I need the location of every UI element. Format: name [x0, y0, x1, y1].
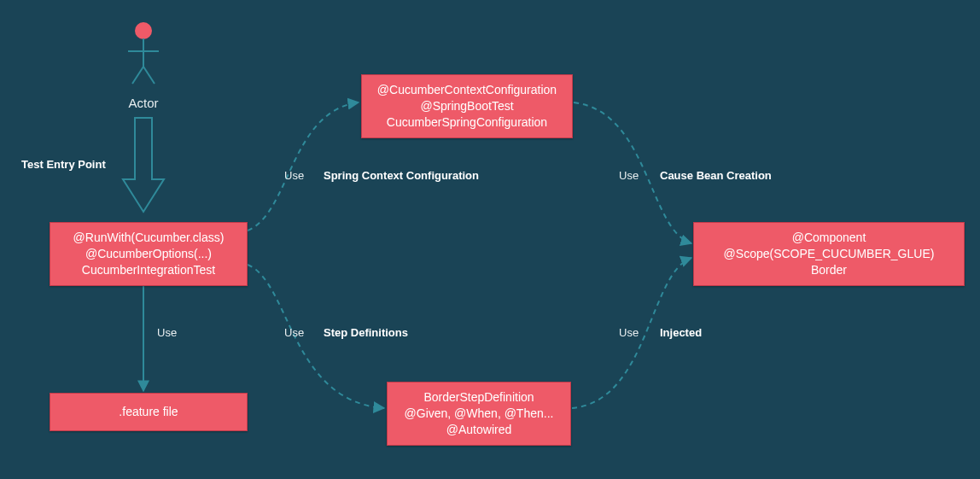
- node-spring-cfg-line1: @CucumberContextConfiguration: [370, 82, 563, 98]
- label-test-entry-point: Test Entry Point: [21, 158, 106, 171]
- node-entry-line1: @RunWith(Cucumber.class): [59, 230, 238, 246]
- svg-line-4: [143, 67, 155, 84]
- node-feature: .feature file: [50, 393, 248, 431]
- label-use-component-top: Use: [619, 169, 639, 182]
- svg-point-0: [136, 23, 151, 38]
- node-entry: @RunWith(Cucumber.class) @CucumberOption…: [50, 222, 248, 286]
- label-use-stepdef: Use: [284, 326, 304, 339]
- big-arrow: [123, 118, 164, 212]
- node-step-def-line2: @Given, @When, @Then...: [396, 406, 562, 422]
- actor-label: Actor: [128, 96, 159, 110]
- node-entry-line3: CucumberIntegrationTest: [59, 262, 238, 278]
- node-component-line2: @Scope(SCOPE_CUCUMBER_GLUE): [703, 246, 955, 262]
- label-use-springcfg: Use: [284, 169, 304, 182]
- node-step-def-line1: BorderStepDefinition: [396, 389, 562, 406]
- conn-entry-springcfg: [248, 102, 359, 231]
- node-spring-cfg-line3: CucumberSpringConfiguration: [370, 114, 563, 131]
- node-spring-cfg-line2: @SpringBootTest: [370, 98, 563, 114]
- node-spring-cfg: @CucumberContextConfiguration @SpringBoo…: [361, 74, 573, 138]
- node-step-def-line3: @Autowired: [396, 422, 562, 438]
- label-cause-bean-creation: Cause Bean Creation: [660, 169, 772, 182]
- label-use-feature: Use: [157, 326, 177, 339]
- node-feature-line1: .feature file: [59, 404, 238, 420]
- node-component-line3: Border: [703, 262, 955, 278]
- label-use-component-bottom: Use: [619, 326, 639, 339]
- label-spring-context-configuration: Spring Context Configuration: [324, 169, 479, 182]
- label-injected: Injected: [660, 326, 702, 339]
- diagram-canvas: Actor Test Entry Point @RunWith(Cucumber…: [0, 0, 980, 479]
- actor-figure: [128, 23, 159, 84]
- node-step-def: BorderStepDefinition @Given, @When, @The…: [387, 382, 571, 446]
- label-step-definitions: Step Definitions: [324, 326, 408, 339]
- node-entry-line2: @CucumberOptions(...): [59, 246, 238, 262]
- node-component: @Component @Scope(SCOPE_CUCUMBER_GLUE) B…: [693, 222, 965, 286]
- svg-line-3: [132, 67, 143, 84]
- node-component-line1: @Component: [703, 230, 955, 246]
